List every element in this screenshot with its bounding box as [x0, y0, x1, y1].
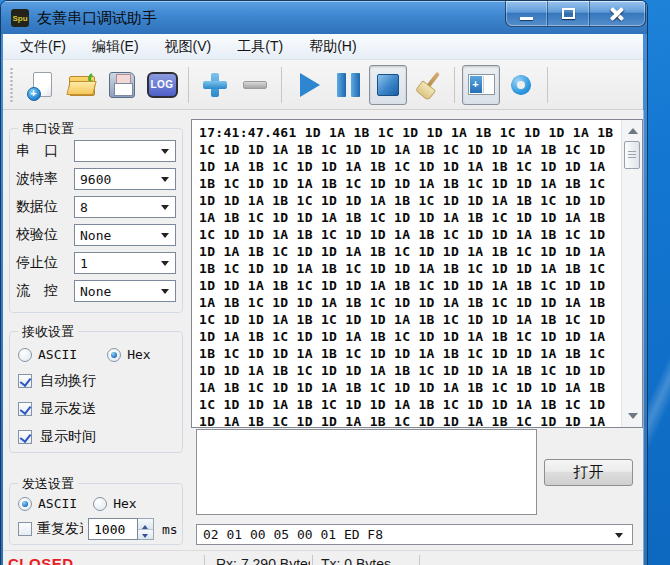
- settings-button[interactable]: [502, 65, 540, 105]
- open-port-button[interactable]: 打开: [544, 459, 633, 486]
- stop-button[interactable]: [369, 65, 407, 105]
- menu-item[interactable]: 编辑(E): [79, 34, 152, 59]
- stepper-up-icon[interactable]: [138, 519, 153, 530]
- send-history-combobox[interactable]: 02 01 00 05 00 01 ED F8: [196, 524, 633, 545]
- scroll-down-icon[interactable]: [628, 413, 638, 419]
- serial-settings-group: 串口设置 串 口 波特率 9600 数据位 8: [9, 128, 183, 313]
- chevron-down-icon: [161, 233, 169, 242]
- stepper-down-icon[interactable]: [138, 530, 153, 540]
- hex-line: 1B 1C 1D 1D 1A 1B 1C 1D 1D 1A 1B 1C 1D 1…: [199, 345, 621, 362]
- stepper-buttons: [138, 518, 154, 540]
- receive-options: 自动换行 显示发送 显示时间: [10, 372, 182, 446]
- hex-line: 1D 1D 1A 1B 1C 1D 1D 1A 1B 1C 1D 1D 1A 1…: [199, 277, 621, 294]
- statusbar-divider: [312, 555, 313, 565]
- field-combobox[interactable]: None: [74, 224, 176, 246]
- repeat-send-checkbox[interactable]: [18, 522, 32, 536]
- send-ascii-radio[interactable]: [18, 497, 32, 511]
- serial-field-row: 停止位 1: [16, 252, 176, 274]
- serial-settings-rows: 串 口 波特率 9600 数据位 8: [16, 140, 176, 302]
- checkbox-label: 显示发送: [40, 400, 96, 418]
- send-text-input[interactable]: [196, 429, 537, 515]
- menu-item[interactable]: 视图(V): [152, 34, 225, 59]
- open-folder-icon: [68, 73, 97, 96]
- field-label: 数据位: [16, 198, 74, 216]
- repeat-interval-input[interactable]: 1000: [88, 518, 138, 540]
- open-file-button[interactable]: [63, 65, 101, 105]
- receive-mode-row: ASCII Hex: [18, 347, 182, 362]
- chevron-down-icon: [161, 149, 169, 158]
- hex-line: 1B 1C 1D 1D 1A 1B 1C 1D 1D 1A 1B 1C 1D 1…: [199, 260, 621, 277]
- vertical-scrollbar[interactable]: [621, 120, 642, 427]
- toolbar-separator: [547, 67, 548, 103]
- clear-button[interactable]: [409, 65, 447, 105]
- combobox-value: 9600: [80, 172, 111, 187]
- field-combobox[interactable]: 8: [74, 196, 176, 218]
- send-settings-group: 发送设置 ASCII Hex 重复发送 1000 ms: [9, 483, 183, 545]
- serial-settings-title: 串口设置: [18, 120, 78, 138]
- menu-item[interactable]: 工具(T): [224, 34, 296, 59]
- hex-line: 1C 1D 1D 1A 1B 1C 1D 1D 1A 1B 1C 1D 1D 1…: [199, 141, 621, 158]
- hex-data-lines: 17:41:47.461 1D 1A 1B 1C 1D 1D 1A 1B 1C …: [192, 120, 621, 427]
- toggle-panel-button[interactable]: +: [462, 65, 500, 105]
- field-combobox[interactable]: 1: [74, 252, 176, 274]
- hex-line: 1D 1A 1B 1C 1D 1D 1A 1B 1C 1D 1D 1A 1B 1…: [199, 158, 621, 175]
- hex-line: 1A 1B 1C 1D 1D 1A 1B 1C 1D 1D 1A 1B 1C 1…: [199, 294, 621, 311]
- close-icon: [608, 6, 626, 22]
- send-history-value: 02 01 00 05 00 01 ED F8: [203, 527, 383, 542]
- save-floppy-icon: [109, 72, 135, 98]
- receive-option-row: 显示发送: [18, 400, 182, 418]
- close-button[interactable]: [590, 1, 645, 26]
- menu-item[interactable]: 文件(F): [7, 34, 79, 59]
- remove-button[interactable]: [236, 65, 274, 105]
- repeat-send-label: 重复发送: [37, 520, 83, 538]
- toolbar-separator: [454, 67, 455, 103]
- combobox-value: 1: [80, 256, 88, 271]
- caption-button-group: [505, 1, 646, 27]
- hex-line: 1C 1D 1D 1A 1B 1C 1D 1D 1A 1B 1C 1D 1D 1…: [199, 396, 621, 413]
- combobox-value: 8: [80, 200, 88, 215]
- minus-icon: [243, 81, 267, 89]
- field-combobox[interactable]: [74, 140, 176, 162]
- title-bar[interactable]: Spu 友善串口调试助手: [1, 1, 647, 34]
- start-button[interactable]: [289, 65, 327, 105]
- toolbar-separator: [281, 67, 282, 103]
- checkbox[interactable]: [18, 374, 32, 388]
- add-button[interactable]: [196, 65, 234, 105]
- menu-item[interactable]: 帮助(H): [296, 34, 369, 59]
- pause-icon: [337, 73, 360, 97]
- chevron-down-icon: [615, 533, 623, 542]
- status-bar: CLOSED Rx: 7,290 Bytes Tx: 0 Bytes: [3, 550, 643, 565]
- toolbar-separator: [188, 67, 189, 103]
- new-session-button[interactable]: +: [23, 65, 61, 105]
- receive-settings-group: 接收设置 ASCII Hex 自动换行 显示发送 显示时间: [9, 331, 183, 453]
- checkbox[interactable]: [18, 430, 32, 444]
- send-mode-row: ASCII Hex: [18, 496, 182, 511]
- scrollbar-thumb[interactable]: [624, 141, 640, 169]
- field-combobox[interactable]: None: [74, 280, 176, 302]
- toolbar: + LOG +: [3, 60, 643, 110]
- minimize-icon: [520, 17, 533, 20]
- receive-data-display[interactable]: 17:41:47.461 1D 1A 1B 1C 1D 1D 1A 1B 1C …: [191, 119, 643, 428]
- plus-icon: [203, 73, 227, 97]
- toolbar-drag-grip[interactable]: [9, 67, 14, 103]
- minimize-button[interactable]: [506, 1, 548, 26]
- hex-line: 1A 1B 1C 1D 1D 1A 1B 1C 1D 1D 1A 1B 1C 1…: [199, 209, 621, 226]
- hex-line: 1D 1D 1A 1B 1C 1D 1D 1A 1B 1C 1D 1D 1A 1…: [199, 192, 621, 209]
- chevron-down-icon: [161, 261, 169, 270]
- send-hex-radio[interactable]: [93, 497, 107, 511]
- statusbar-divider: [419, 555, 420, 565]
- receive-hex-radio[interactable]: [107, 348, 121, 362]
- hex-line: 1A 1B 1C 1D 1D 1A 1B 1C 1D 1D 1A 1B 1C 1…: [199, 379, 621, 396]
- chevron-down-icon: [161, 289, 169, 298]
- receive-ascii-radio[interactable]: [18, 348, 32, 362]
- field-combobox[interactable]: 9600: [74, 168, 176, 190]
- checkbox[interactable]: [18, 402, 32, 416]
- statusbar-divider: [204, 555, 205, 565]
- pause-button[interactable]: [329, 65, 367, 105]
- log-button[interactable]: LOG: [143, 65, 181, 105]
- save-button[interactable]: [103, 65, 141, 105]
- chevron-down-icon: [161, 205, 169, 214]
- send-ascii-label: ASCII: [38, 496, 77, 511]
- maximize-button[interactable]: [548, 1, 590, 26]
- scroll-up-icon[interactable]: [628, 128, 638, 134]
